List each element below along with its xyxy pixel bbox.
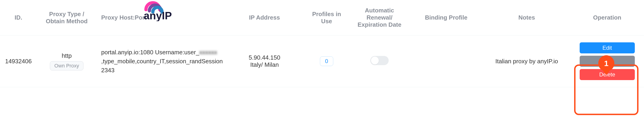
ip-value: 5.90.44.150 [228, 54, 301, 61]
cell-proxy-type: http Own Proxy [37, 35, 96, 87]
svg-text:anyIP: anyIP [144, 10, 172, 21]
cell-notes: Italian proxy by anyIP.io [483, 35, 570, 87]
col-profiles: Profiles in Use [304, 0, 350, 35]
col-proxy-host: Proxy Host:Port anyIP [96, 0, 225, 35]
cell-operation: Edit View Delete [570, 35, 644, 87]
proxy-type-label: http [62, 52, 72, 59]
table-header-row: ID. Proxy Type / Obtain Method Proxy Hos… [0, 0, 644, 35]
profiles-count-badge[interactable]: 0 [320, 56, 333, 66]
cell-id: 14932406 [0, 35, 37, 87]
col-ip-address: IP Address [226, 0, 304, 35]
table-row: 14932406 http Own Proxy portal.anyip.io:… [0, 35, 644, 87]
cell-auto-renewal [350, 35, 409, 87]
proxy-table: ID. Proxy Type / Obtain Method Proxy Hos… [0, 0, 644, 87]
cell-binding-profile [409, 35, 483, 87]
cell-profiles: 0 [304, 35, 350, 87]
col-id: ID. [0, 0, 37, 35]
delete-button[interactable]: Delete [580, 69, 635, 80]
auto-renewal-toggle[interactable] [370, 56, 389, 65]
col-proxy-type: Proxy Type / Obtain Method [37, 0, 96, 35]
obtain-method-badge[interactable]: Own Proxy [50, 61, 84, 70]
edit-button[interactable]: Edit [580, 42, 635, 53]
ip-location: Italy/ Milan [228, 61, 301, 68]
cell-proxy-host: portal.anyip.io:1080 Username:user_xxxxx… [96, 35, 225, 87]
col-operation: Operation [570, 0, 644, 35]
col-auto-renewal: Automatic Renewal/ Expiration Date [350, 0, 409, 35]
operation-buttons: Edit View Delete [580, 42, 635, 80]
proxy-host-text: portal.anyip.io:1080 Username:user_xxxxx… [101, 48, 223, 75]
col-notes: Notes [483, 0, 570, 35]
col-binding-profile: Binding Profile [409, 0, 483, 35]
view-button[interactable]: View [580, 56, 635, 67]
anyip-logo: anyIP [137, 0, 185, 23]
cell-ip: 5.90.44.150 Italy/ Milan [226, 35, 304, 87]
